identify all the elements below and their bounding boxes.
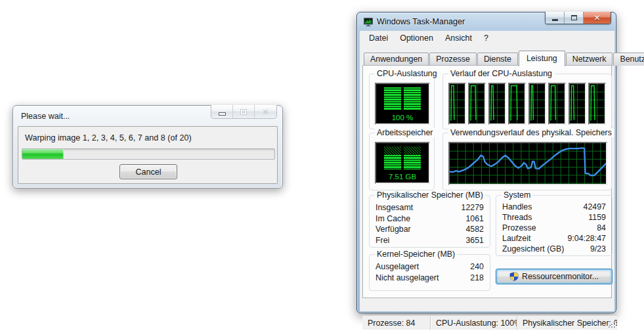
window-controls: ✕ (545, 12, 611, 24)
resize-grip[interactable] (609, 321, 615, 328)
info-row: Ausgelagert240 (370, 261, 490, 273)
info-row: Threads1159 (496, 212, 612, 223)
kernel-memory-group: Kernel-Speicher (MB) Ausgelagert240 Nich… (369, 254, 490, 291)
tab-dienste[interactable]: Dienste (477, 53, 518, 66)
cpu-usage-value: 100 % (376, 114, 429, 121)
close-button-disabled: ✕ (255, 105, 276, 118)
please-wait-dialog: Please wait... ✕ Warping image 1, 2, 3, … (12, 105, 283, 188)
cpu-usage-meter: 100 % (375, 83, 430, 125)
memory-meter-group-label: Arbeitsspeicher (375, 128, 435, 137)
task-manager-icon (363, 16, 374, 27)
progress-bar (22, 148, 275, 160)
progress-message: Warping image 1, 2, 3, 4, 5, 6, 7 and 8 … (25, 133, 192, 143)
tab-prozesse[interactable]: Prozesse (429, 53, 477, 66)
progress-fill (22, 149, 64, 159)
kernel-memory-group-label: Kernel-Speicher (MB) (375, 250, 457, 259)
close-icon: ✕ (262, 107, 269, 117)
maximize-icon (571, 15, 577, 20)
cpu-core-history-graph (488, 83, 506, 125)
memory-history-group-label: Verwendungsverlauf des physikal. Speiche… (448, 128, 614, 137)
info-row: Frei3651 (370, 235, 490, 246)
close-button[interactable]: ✕ (584, 12, 611, 24)
status-memory: Physikalischer Speicher: 62% (517, 316, 617, 330)
close-icon: ✕ (593, 13, 600, 22)
minimize-icon (219, 112, 226, 116)
info-row: Prozesse84 (496, 223, 612, 233)
tab-anwendungen[interactable]: Anwendungen (364, 53, 429, 66)
resource-monitor-label: Ressourcenmonitor... (522, 272, 599, 281)
maximize-button[interactable] (565, 12, 584, 24)
minimize-button[interactable] (211, 105, 233, 118)
cpu-usage-group-label: CPU-Auslastung (375, 69, 439, 78)
info-row: Insgesamt12279 (370, 202, 490, 213)
memory-usage-value: 7.51 GB (376, 173, 429, 181)
memory-history-graph (448, 142, 607, 185)
cpu-usage-group: CPU-Auslastung 100 % (369, 74, 435, 129)
memory-meter-group: Arbeitsspeicher 7.51 GB (369, 133, 435, 190)
menu-bar: Datei Optionen Ansicht ? (360, 31, 614, 45)
tab-leistung[interactable]: Leistung (519, 51, 565, 66)
status-bar: Prozesse: 84 CPU-Auslastung: 100% Physik… (362, 315, 617, 330)
tab-netzwerk[interactable]: Netzwerk (566, 53, 613, 66)
info-row: Zugesichert (GB)9/23 (496, 244, 612, 254)
dialog-title: Please wait... (21, 112, 70, 121)
menu-datei[interactable]: Datei (363, 32, 394, 45)
cpu-core-history-graph (569, 83, 586, 125)
cpu-core-history-graph (528, 83, 546, 125)
cpu-core-history-band (448, 83, 606, 125)
cpu-core-history-graph (508, 83, 526, 125)
dialog-content-panel: Warping image 1, 2, 3, 4, 5, 6, 7 and 8 … (18, 126, 278, 184)
status-processes: Prozesse: 84 (362, 316, 431, 330)
info-row: Im Cache1061 (370, 213, 490, 225)
memory-usage-meter: 7.51 GB (375, 142, 430, 184)
info-row: Nicht ausgelagert218 (370, 273, 490, 284)
menu-optionen[interactable]: Optionen (394, 32, 439, 45)
system-group: System Handles42497 Threads1159 Prozesse… (496, 195, 612, 256)
cpu-history-group-label: Verlauf der CPU-Auslastung (448, 69, 554, 78)
client-area: Datei Optionen Ansicht ? Anwendungen Pro… (360, 31, 614, 311)
tab-strip: Anwendungen Prozesse Dienste Leistung Ne… (362, 50, 612, 66)
dialog-window-controls: ✕ (211, 105, 277, 119)
cancel-button[interactable]: Cancel (119, 164, 177, 179)
uac-shield-icon (509, 272, 519, 281)
system-group-label: System (502, 190, 532, 200)
cpu-core-history-graph (448, 83, 466, 125)
memory-history-group: Verwendungsverlauf des physikal. Speiche… (442, 133, 612, 190)
maximize-icon (240, 109, 247, 115)
resource-monitor-button[interactable]: Ressourcenmonitor... (496, 269, 612, 284)
status-cpu: CPU-Auslastung: 100% (431, 316, 517, 330)
menu-ansicht[interactable]: Ansicht (439, 32, 478, 45)
task-manager-window: Windows Task-Manager ✕ Datei Optionen An… (356, 12, 616, 313)
info-row: Verfügbar4582 (370, 224, 490, 235)
performance-tab-page: CPU-Auslastung 100 % Verlauf der CPU-Aus… (362, 65, 612, 298)
physical-memory-group-label: Physikalischer Speicher (MB) (375, 190, 485, 200)
minimize-icon (552, 19, 558, 21)
maximize-button-disabled (233, 105, 255, 118)
cpu-core-history-graph (548, 83, 566, 125)
window-title: Windows Task-Manager (377, 17, 465, 26)
physical-memory-group: Physikalischer Speicher (MB) Insgesamt12… (369, 195, 490, 248)
minimize-button[interactable] (546, 12, 565, 24)
cpu-core-history-graph (588, 83, 606, 125)
cpu-core-history-graph (468, 83, 486, 125)
tab-benutzer[interactable]: Benutzer (613, 53, 644, 66)
info-row: Laufzeit9:04:28:47 (496, 233, 612, 244)
cpu-history-group: Verlauf der CPU-Auslastung (442, 74, 612, 129)
menu-help[interactable]: ? (478, 32, 494, 45)
info-row: Handles42497 (496, 202, 612, 212)
